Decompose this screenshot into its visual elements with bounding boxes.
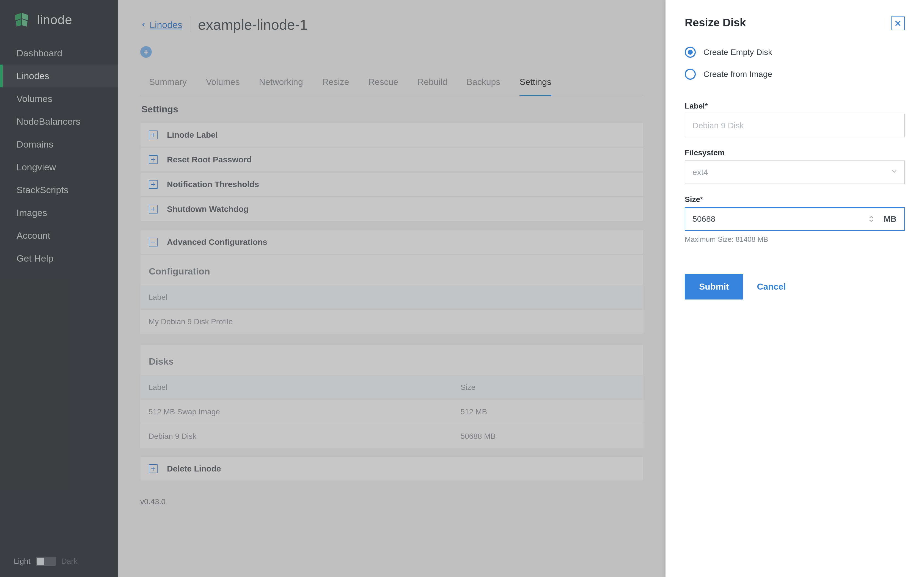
sidebar-item-images[interactable]: Images: [0, 201, 118, 224]
sidebar-item-label: Account: [16, 230, 50, 241]
tab-label: Rebuild: [417, 77, 447, 87]
sidebar-item-label: Dashboard: [16, 48, 62, 58]
chevron-down-icon: [890, 168, 898, 177]
size-field: Size* MB Maximum Size: 81408 MB: [685, 195, 905, 244]
expand-icon[interactable]: +: [149, 131, 158, 139]
table-header-label: Label: [140, 285, 643, 309]
add-button[interactable]: +: [140, 46, 152, 58]
sidebar-item-label: NodeBalancers: [16, 116, 80, 127]
sidebar-item-account[interactable]: Account: [0, 224, 118, 247]
tabs: Summary Volumes Networking Resize Rescue…: [140, 71, 643, 96]
size-unit: MB: [876, 214, 904, 224]
disk-label-cell: 512 MB Swap Image: [140, 400, 452, 424]
svg-marker-1: [22, 13, 28, 21]
tab-label: Summary: [149, 77, 187, 87]
configuration-heading: Configuration: [140, 255, 643, 285]
field-label-text: Size: [685, 195, 700, 204]
panel-title: Advanced Configurations: [167, 237, 267, 247]
sidebar-item-volumes[interactable]: Volumes: [0, 87, 118, 110]
disks-table: Label Size 512 MB Swap Image 512 MB Debi…: [140, 375, 643, 448]
svg-marker-3: [22, 19, 27, 27]
close-icon: [894, 19, 902, 27]
radio-create-from-image[interactable]: Create from Image: [685, 69, 905, 80]
sidebar-item-label: Images: [16, 208, 47, 218]
tab-rebuild[interactable]: Rebuild: [417, 71, 447, 96]
panel-shutdown-watchdog[interactable]: + Shutdown Watchdog: [140, 197, 643, 221]
size-input[interactable]: [685, 208, 876, 230]
tab-backups[interactable]: Backups: [467, 71, 501, 96]
collapse-icon[interactable]: −: [149, 238, 158, 247]
tab-volumes[interactable]: Volumes: [206, 71, 240, 96]
submit-button[interactable]: Submit: [685, 274, 743, 300]
table-row[interactable]: Debian 9 Disk 50688 MB: [140, 424, 643, 449]
table-header-row: Label Size: [140, 376, 643, 400]
panel-advanced-configurations[interactable]: − Advanced Configurations: [140, 230, 643, 254]
panel-delete-linode[interactable]: + Delete Linode: [140, 457, 643, 481]
filesystem-value: ext4: [693, 168, 708, 177]
chevron-left-icon: [140, 19, 147, 30]
plus-icon: +: [144, 47, 149, 57]
required-indicator: *: [705, 102, 708, 110]
radio-label: Create Empty Disk: [703, 48, 772, 57]
table-row[interactable]: My Debian 9 Disk Profile: [140, 309, 643, 334]
brand: linode: [0, 0, 118, 42]
tab-networking[interactable]: Networking: [259, 71, 303, 96]
label-input[interactable]: [685, 114, 905, 137]
cancel-button[interactable]: Cancel: [757, 282, 786, 292]
sidebar-item-linodes[interactable]: Linodes: [0, 64, 118, 87]
tab-summary[interactable]: Summary: [149, 71, 187, 96]
field-label-text: Label: [685, 102, 705, 110]
panel-notification-thresholds[interactable]: + Notification Thresholds: [140, 172, 643, 197]
sidebar-item-domains[interactable]: Domains: [0, 133, 118, 156]
filesystem-field: Filesystem ext4: [685, 148, 905, 184]
close-button[interactable]: [891, 16, 905, 30]
tab-label: Volumes: [206, 77, 240, 87]
tab-rescue[interactable]: Rescue: [368, 71, 399, 96]
breadcrumb-parent-label: Linodes: [150, 19, 183, 30]
sidebar-item-longview[interactable]: Longview: [0, 156, 118, 179]
breadcrumb-row: Linodes example-linode-1: [140, 16, 643, 33]
tab-label: Backups: [467, 77, 501, 87]
tab-settings[interactable]: Settings: [520, 71, 551, 96]
drawer-header: Resize Disk: [685, 16, 905, 30]
panel-title: Linode Label: [167, 130, 218, 140]
panel-title: Notification Thresholds: [167, 180, 259, 189]
page-title: example-linode-1: [198, 16, 308, 33]
version-link[interactable]: v0.43.0: [140, 497, 643, 506]
sidebar-nav: Dashboard Linodes Volumes NodeBalancers …: [0, 42, 118, 550]
configuration-table: Label My Debian 9 Disk Profile: [140, 285, 643, 334]
breadcrumb-parent-link[interactable]: Linodes: [140, 19, 183, 30]
button-label: Cancel: [757, 282, 786, 292]
filesystem-select[interactable]: ext4: [685, 160, 905, 184]
sidebar: linode Dashboard Linodes Volumes NodeBal…: [0, 0, 118, 577]
table-row[interactable]: 512 MB Swap Image 512 MB: [140, 400, 643, 424]
sidebar-item-get-help[interactable]: Get Help: [0, 247, 118, 270]
panel-reset-root-password[interactable]: + Reset Root Password: [140, 148, 643, 172]
theme-switch[interactable]: [36, 557, 56, 566]
label-field-label: Label*: [685, 102, 905, 110]
settings-heading: Settings: [140, 96, 643, 123]
tab-label: Settings: [520, 77, 551, 87]
expand-icon[interactable]: +: [149, 464, 158, 473]
sidebar-item-label: StackScripts: [16, 185, 68, 195]
size-field-label: Size*: [685, 195, 905, 204]
disks-heading: Disks: [140, 345, 643, 375]
expand-icon[interactable]: +: [149, 205, 158, 213]
radio-create-empty[interactable]: Create Empty Disk: [685, 47, 905, 58]
tab-resize[interactable]: Resize: [322, 71, 349, 96]
sidebar-item-stackscripts[interactable]: StackScripts: [0, 179, 118, 201]
number-stepper-icon[interactable]: [869, 216, 879, 222]
table-header-row: Label: [140, 285, 643, 309]
sidebar-item-dashboard[interactable]: Dashboard: [0, 42, 118, 64]
filesystem-field-label: Filesystem: [685, 148, 905, 157]
brand-text: linode: [37, 12, 72, 27]
svg-marker-0: [15, 13, 21, 21]
tab-label: Resize: [322, 77, 349, 87]
panel-linode-label[interactable]: + Linode Label: [140, 123, 643, 147]
expand-icon[interactable]: +: [149, 180, 158, 189]
disk-size-cell: 50688 MB: [452, 424, 643, 449]
sidebar-item-nodebalancers[interactable]: NodeBalancers: [0, 110, 118, 133]
resize-disk-drawer: Resize Disk Create Empty Disk Create fro…: [666, 0, 924, 577]
panel-title: Delete Linode: [167, 464, 221, 474]
expand-icon[interactable]: +: [149, 155, 158, 164]
